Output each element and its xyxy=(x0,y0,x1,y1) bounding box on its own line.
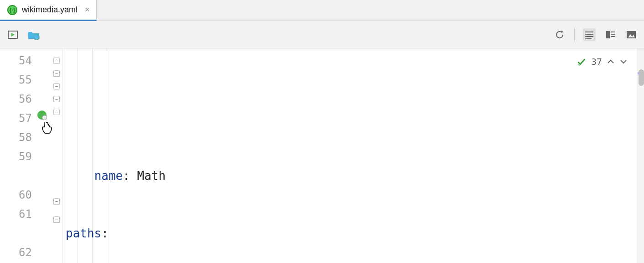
line-number: 55 xyxy=(0,70,36,89)
fold-toggle[interactable] xyxy=(53,109,60,115)
close-icon[interactable]: × xyxy=(85,5,90,15)
svg-rect-11 xyxy=(611,36,615,37)
run-icon[interactable] xyxy=(6,28,19,41)
pointer-cursor-icon xyxy=(41,121,53,138)
inspection-count: 37 xyxy=(591,52,602,71)
yaml-value: Math xyxy=(137,169,166,183)
image-view-icon[interactable] xyxy=(625,28,638,41)
svg-rect-9 xyxy=(611,32,615,32)
line-number: 58 xyxy=(0,128,36,147)
reload-icon[interactable] xyxy=(553,28,566,41)
scroll-thumb[interactable] xyxy=(639,69,644,86)
code-editor[interactable]: 54 55 56 57 58 59 60 61 62 name: Math xyxy=(0,48,644,263)
fold-toggle[interactable] xyxy=(53,58,60,64)
svg-rect-4 xyxy=(585,32,593,32)
endpoint-run-icon[interactable] xyxy=(37,110,47,120)
fold-toggle[interactable] xyxy=(53,96,60,102)
line-number: 54 xyxy=(0,51,36,70)
line-number: 57 xyxy=(0,109,36,128)
yaml-key: paths xyxy=(66,226,101,240)
inspection-widget[interactable]: 37 xyxy=(574,51,630,72)
svg-rect-7 xyxy=(585,38,592,39)
svg-rect-8 xyxy=(606,31,610,38)
check-icon xyxy=(576,57,587,67)
scrollbar[interactable] xyxy=(637,48,644,263)
line-number-gutter: 54 55 56 57 58 59 60 61 62 xyxy=(0,48,36,263)
split-columns-icon[interactable] xyxy=(604,28,617,41)
line-number xyxy=(0,166,36,185)
line-number: 61 xyxy=(0,205,36,224)
chevron-up-icon[interactable] xyxy=(607,58,615,66)
fold-toggle[interactable] xyxy=(53,83,60,89)
lines-view-icon[interactable] xyxy=(583,28,596,41)
yaml-key: name xyxy=(94,169,123,183)
chevron-down-icon[interactable] xyxy=(619,58,628,66)
fold-gutter xyxy=(50,48,63,263)
line-number: 59 xyxy=(0,147,36,166)
line-number xyxy=(0,224,36,243)
code-area[interactable]: name: Math paths: /feed/availability: ge… xyxy=(63,48,644,263)
line-number: 62 xyxy=(0,243,36,262)
toolbar-divider xyxy=(574,28,575,42)
openapi-circle-icon: {·} xyxy=(7,5,17,15)
tab-file-name: wikimedia.yaml xyxy=(22,5,78,15)
swagger-folder-icon[interactable] xyxy=(27,28,40,41)
editor-toolbar xyxy=(0,21,644,48)
line-number: 56 xyxy=(0,89,36,109)
gutter-actions xyxy=(36,48,50,263)
svg-rect-10 xyxy=(611,34,615,35)
fold-toggle[interactable] xyxy=(53,216,60,223)
svg-rect-6 xyxy=(585,36,593,37)
file-tab[interactable]: {·} wikimedia.yaml × xyxy=(0,0,97,21)
line-number: 60 xyxy=(0,185,36,205)
editor-tab-bar: {·} wikimedia.yaml × xyxy=(0,0,644,21)
fold-toggle[interactable] xyxy=(53,198,60,205)
svg-marker-1 xyxy=(11,33,15,37)
svg-rect-5 xyxy=(585,34,593,35)
fold-toggle[interactable] xyxy=(53,70,60,77)
